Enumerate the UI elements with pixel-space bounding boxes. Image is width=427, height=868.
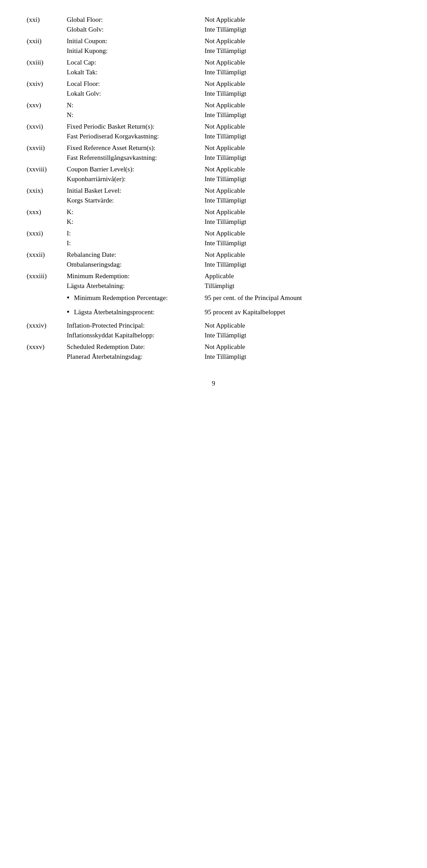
table-row: (xxxii)Rebalancing Date:Not Applicable xyxy=(27,248,400,260)
bullet-row-sv: •Lägsta Återbetalningsprocent:95 procent… xyxy=(27,305,400,320)
row-label-en: I: xyxy=(67,230,205,237)
row-value-sv: Inte Tillämpligt xyxy=(205,261,400,268)
row-value-sv: Inte Tillämpligt xyxy=(205,218,400,226)
row-number: (xxxi) xyxy=(27,230,67,237)
row-number: (xxxiii) xyxy=(27,272,67,280)
row-value-en: Not Applicable xyxy=(205,187,400,195)
row-value-sv: Inte Tillämpligt xyxy=(205,90,400,97)
row-value-sv: Inte Tillämpligt xyxy=(205,353,400,361)
table-row: (xxxiv)Inflation-Protected Principal:Not… xyxy=(27,319,400,330)
bullet-label-en: •Minimum Redemption Percentage: xyxy=(67,293,205,303)
row-number: (xxxv) xyxy=(27,343,67,351)
row-number: (xxiv) xyxy=(27,80,67,88)
table-row-sv: Fast Referenstillgångsavkastning:Inte Ti… xyxy=(27,153,400,163)
table-row-sv: Planerad Återbetalningsdag:Inte Tillämpl… xyxy=(27,352,400,362)
row-value-en: Not Applicable xyxy=(205,251,400,259)
row-value-en: Not Applicable xyxy=(205,80,400,88)
rows-container: (xxi)Global Floor:Not ApplicableGlobalt … xyxy=(27,13,400,362)
row-number: (xxix) xyxy=(27,187,67,195)
table-row-sv: K:Inte Tillämpligt xyxy=(27,217,400,227)
row-value-en: Not Applicable xyxy=(205,59,400,66)
row-value-en: Not Applicable xyxy=(205,37,400,45)
table-row-sv: Fast Periodiserad Korgavkastning:Inte Ti… xyxy=(27,131,400,142)
table-row: (xxi)Global Floor:Not Applicable xyxy=(27,13,400,24)
row-value-sv: Inte Tillämpligt xyxy=(205,332,400,339)
row-label-sv: Globalt Golv: xyxy=(67,26,205,33)
row-value-en: Not Applicable xyxy=(205,343,400,351)
bullet-symbol-sv: • xyxy=(67,308,69,317)
page-content: (xxi)Global Floor:Not ApplicableGlobalt … xyxy=(27,13,400,387)
row-value-sv: Inte Tillämpligt xyxy=(205,175,400,183)
row-label-sv: Lokalt Golv: xyxy=(67,90,205,97)
row-number: (xxv) xyxy=(27,101,67,109)
row-value-en: Applicable xyxy=(205,272,400,280)
row-label-sv: Lägsta Återbetalning: xyxy=(67,282,205,290)
row-label-sv: Ombalanseringsdag: xyxy=(67,261,205,268)
table-row-sv: Lokalt Golv:Inte Tillämpligt xyxy=(27,89,400,99)
row-label-sv: I: xyxy=(67,239,205,247)
row-number: (xxii) xyxy=(27,37,67,45)
row-label-en: Local Cap: xyxy=(67,59,205,66)
row-number: (xxvi) xyxy=(27,123,67,130)
table-row: (xxiii)Local Cap:Not Applicable xyxy=(27,56,400,67)
row-value-sv: Inte Tillämpligt xyxy=(205,197,400,204)
row-value-en: Not Applicable xyxy=(205,166,400,173)
bullet-value-sv: 95 procent av Kapitalbeloppet xyxy=(205,308,400,317)
row-label-en: Fixed Periodic Basket Return(s): xyxy=(67,123,205,130)
row-value-sv: Inte Tillämpligt xyxy=(205,111,400,119)
table-row: (xxxi)I:Not Applicable xyxy=(27,227,400,238)
table-row-sv: Globalt Golv:Inte Tillämpligt xyxy=(27,24,400,35)
bullet-label-sv: •Lägsta Återbetalningsprocent: xyxy=(67,308,205,317)
row-number: (xxxii) xyxy=(27,251,67,259)
bullet-row-en: •Minimum Redemption Percentage:95 per ce… xyxy=(27,291,400,305)
table-row: (xxxv)Scheduled Redemption Date:Not Appl… xyxy=(27,341,400,352)
table-row: (xxvii)Fixed Reference Asset Return(s):N… xyxy=(27,142,400,153)
row-number: (xxi) xyxy=(27,16,67,24)
row-label-en: Initial Basket Level: xyxy=(67,187,205,195)
row-number: (xxvii) xyxy=(27,144,67,152)
row-label-en: Inflation-Protected Principal: xyxy=(67,322,205,329)
row-value-en: Not Applicable xyxy=(205,144,400,152)
page-number: 9 xyxy=(27,380,400,387)
row-label-en: Coupon Barrier Level(s): xyxy=(67,166,205,173)
row-label-sv: Initial Kupong: xyxy=(67,47,205,55)
row-value-en: Not Applicable xyxy=(205,322,400,329)
bullet-label-text-sv: Lägsta Återbetalningsprocent: xyxy=(74,308,154,317)
row-number: (xxxiv) xyxy=(27,322,67,329)
row-label-en: Rebalancing Date: xyxy=(67,251,205,259)
row-label-sv: Planerad Återbetalningsdag: xyxy=(67,353,205,361)
bullet-symbol: • xyxy=(67,293,69,303)
table-row: (xxxiii)Minimum Redemption:Applicable xyxy=(27,270,400,281)
table-row-sv: Inflationsskyddat Kapitalbelopp:Inte Til… xyxy=(27,330,400,341)
row-label-sv: Fast Referenstillgångsavkastning: xyxy=(67,154,205,162)
row-number: (xxx) xyxy=(27,208,67,216)
table-row: (xxvi)Fixed Periodic Basket Return(s):No… xyxy=(27,120,400,131)
row-value-en: Not Applicable xyxy=(205,230,400,237)
table-row-sv: Ombalanseringsdag:Inte Tillämpligt xyxy=(27,260,400,270)
row-label-en: Local Floor: xyxy=(67,80,205,88)
table-row: (xxix)Initial Basket Level:Not Applicabl… xyxy=(27,184,400,195)
row-label-sv: Fast Periodiserad Korgavkastning: xyxy=(67,133,205,140)
table-row-sv: Korgs Startvärde:Inte Tillämpligt xyxy=(27,195,400,206)
row-label-sv: Inflationsskyddat Kapitalbelopp: xyxy=(67,332,205,339)
bullet-label-text-en: Minimum Redemption Percentage: xyxy=(74,293,168,303)
table-row: (xxx)K:Not Applicable xyxy=(27,206,400,217)
row-number: (xxiii) xyxy=(27,59,67,66)
row-label-en: Minimum Redemption: xyxy=(67,272,205,280)
row-value-sv: Tillämpligt xyxy=(205,282,400,290)
row-value-en: Not Applicable xyxy=(205,101,400,109)
bullet-value-en: 95 per cent. of the Principal Amount xyxy=(205,293,400,303)
row-label-en: N: xyxy=(67,101,205,109)
table-row-sv: Lokalt Tak:Inte Tillämpligt xyxy=(27,67,400,77)
table-row: (xxiv)Local Floor:Not Applicable xyxy=(27,77,400,89)
row-value-sv: Inte Tillämpligt xyxy=(205,47,400,55)
table-row: (xxii)Initial Coupon:Not Applicable xyxy=(27,35,400,46)
row-label-sv: K: xyxy=(67,218,205,226)
row-label-en: Fixed Reference Asset Return(s): xyxy=(67,144,205,152)
row-label-sv: Kuponbarriärnivå(er): xyxy=(67,175,205,183)
row-value-en: Not Applicable xyxy=(205,16,400,24)
table-row-sv: I:Inte Tillämpligt xyxy=(27,238,400,248)
row-number: (xxviii) xyxy=(27,166,67,173)
row-value-sv: Inte Tillämpligt xyxy=(205,26,400,33)
table-row-sv: Kuponbarriärnivå(er):Inte Tillämpligt xyxy=(27,174,400,184)
